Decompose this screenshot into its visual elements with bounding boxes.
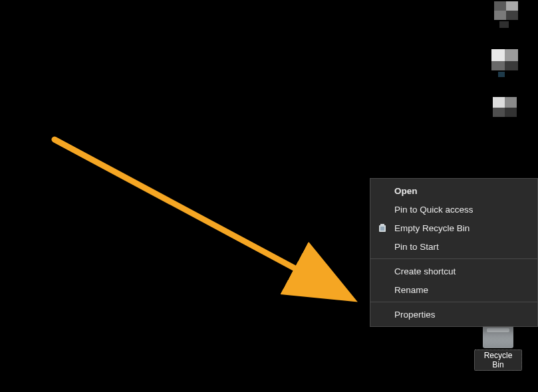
menu-item-pin-quick-access[interactable]: Pin to Quick access (370, 200, 537, 219)
svg-rect-1 (380, 224, 384, 225)
menu-separator (370, 302, 537, 302)
menu-separator (370, 258, 537, 259)
svg-rect-3 (382, 227, 383, 231)
menu-item-label: Create shortcut (394, 266, 456, 276)
desktop-icon-3[interactable] (483, 94, 531, 126)
menu-item-pin-to-start[interactable]: Pin to Start (370, 237, 537, 256)
desktop-icon-column (481, 0, 533, 126)
menu-item-label: Pin to Start (394, 242, 439, 252)
desktop-icon-2[interactable] (483, 48, 531, 80)
menu-item-label: Properties (394, 310, 436, 320)
menu-item-create-shortcut[interactable]: Create shortcut (370, 262, 537, 280)
recycle-bin-desktop-icon[interactable]: Recycle Bin (474, 326, 522, 371)
recycle-bin-small-icon (377, 223, 388, 233)
recycle-bin-icon (483, 326, 513, 348)
svg-rect-4 (384, 227, 384, 231)
svg-line-5 (55, 140, 347, 296)
svg-rect-2 (381, 227, 382, 231)
menu-item-empty-recycle-bin[interactable]: Empty Recycle Bin (370, 219, 537, 237)
menu-item-label: Open (394, 186, 418, 196)
menu-item-label: Pin to Quick access (394, 205, 473, 215)
recycle-bin-context-menu: Open Pin to Quick access Empty Recycle B… (370, 178, 538, 327)
menu-item-open[interactable]: Open (370, 181, 537, 200)
desktop-icon-1[interactable] (483, 1, 531, 33)
menu-item-properties[interactable]: Properties (370, 305, 537, 324)
menu-item-label: Empty Recycle Bin (394, 223, 470, 233)
menu-item-label: Rename (394, 285, 428, 295)
menu-item-rename[interactable]: Rename (370, 280, 537, 299)
generic-icon (491, 1, 522, 32)
generic-icon (491, 48, 522, 78)
recycle-bin-label: Recycle Bin (474, 349, 522, 371)
generic-icon (491, 94, 522, 125)
